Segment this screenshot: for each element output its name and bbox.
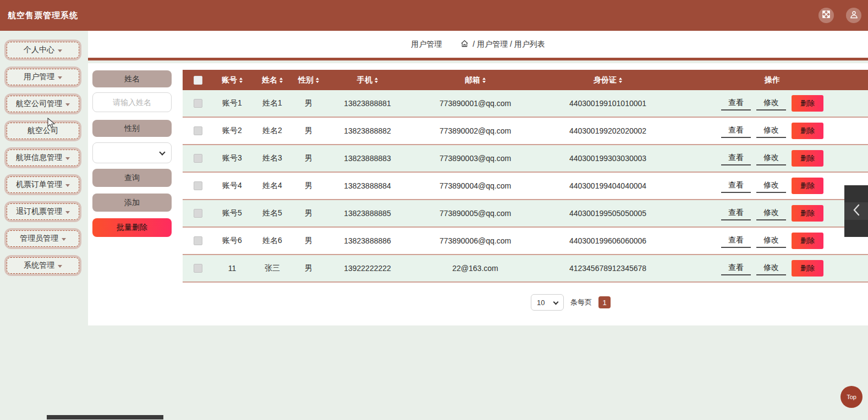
chevron-down-icon: [65, 211, 70, 214]
column-header[interactable]: 账号: [213, 75, 251, 85]
row-checkbox[interactable]: [194, 236, 202, 245]
app-title: 航空售票管理系统: [8, 10, 78, 21]
column-header[interactable]: 身份证: [539, 75, 677, 85]
column-label: 账号: [222, 75, 237, 85]
view-button[interactable]: 查看: [721, 206, 751, 220]
view-button[interactable]: 查看: [721, 124, 751, 138]
add-button[interactable]: 添加: [92, 194, 172, 212]
name-filter-input[interactable]: [92, 92, 172, 112]
table-body: 账号1 姓名1 男 13823888881 773890001@qq.com 4…: [183, 90, 868, 283]
delete-button[interactable]: 删除: [792, 150, 823, 167]
screen: 航空售票管理系统: [0, 0, 868, 420]
table-row: 账号1 姓名1 男 13823888881 773890001@qq.com 4…: [183, 90, 868, 118]
sidebar-item[interactable]: 退订机票管理: [4, 201, 81, 222]
name-filter-label: 姓名: [92, 70, 172, 87]
user-table: 账号 姓名 性别 手机 邮箱 身份证 操作 账号1 姓名1 男 13823888…: [183, 70, 868, 283]
edit-button[interactable]: 修改: [756, 151, 786, 165]
sidebar-item-label: 机票订单管理: [16, 180, 62, 190]
sidebar-item[interactable]: 用户管理: [4, 67, 81, 87]
cell-account: 11: [213, 264, 251, 273]
delete-button[interactable]: 删除: [792, 233, 823, 249]
cell-gender: 男: [294, 236, 323, 246]
select-all-cell: [183, 76, 213, 85]
sidebar-item[interactable]: 管理员管理: [4, 228, 81, 249]
back-to-top-button[interactable]: Top: [840, 386, 862, 408]
row-checkbox[interactable]: [194, 154, 202, 163]
fullscreen-icon: [822, 10, 830, 20]
column-header[interactable]: 姓名: [251, 75, 294, 85]
sidebar-item[interactable]: 航空公司: [4, 120, 81, 141]
cell-id_card: 440300199404040004: [539, 181, 677, 190]
gender-select[interactable]: [92, 142, 172, 163]
content-panel: 姓名 性别 查询 添加 批量删除 账号 姓名 性别 手机 邮箱: [88, 63, 868, 325]
page-size-select[interactable]: 10: [531, 294, 564, 311]
column-header[interactable]: 手机: [323, 75, 411, 85]
user-menu-button[interactable]: [846, 8, 861, 23]
home-icon[interactable]: [460, 40, 469, 49]
cell-gender: 男: [294, 181, 323, 191]
cell-name: 姓名2: [251, 126, 294, 136]
column-header[interactable]: 性别: [294, 75, 323, 85]
delete-button[interactable]: 删除: [792, 205, 823, 222]
cell-account: 账号6: [213, 236, 251, 246]
sidebar-item[interactable]: 个人中心: [4, 40, 81, 60]
row-checkbox[interactable]: [194, 99, 202, 108]
edit-button[interactable]: 修改: [756, 96, 786, 110]
view-button[interactable]: 查看: [721, 179, 751, 193]
cell-email: 773890002@qq.com: [411, 126, 539, 135]
chevron-left-icon: [853, 204, 860, 218]
breadcrumb-bar: 用户管理 / 用户管理 / 用户列表: [88, 31, 868, 60]
page-number-button[interactable]: 1: [598, 296, 611, 308]
chevron-down-icon: [62, 238, 66, 241]
view-button[interactable]: 查看: [721, 151, 751, 165]
cell-gender: 男: [294, 98, 323, 108]
delete-button[interactable]: 删除: [792, 123, 823, 139]
cell-email: 773890003@qq.com: [411, 154, 539, 163]
search-button[interactable]: 查询: [92, 169, 172, 187]
edit-button[interactable]: 修改: [756, 124, 786, 138]
sidebar-item[interactable]: 航班信息管理: [4, 147, 81, 168]
chevron-down-icon: [58, 76, 62, 79]
edit-button[interactable]: 修改: [756, 206, 786, 220]
table-row: 账号2 姓名2 男 13823888882 773890002@qq.com 4…: [183, 118, 868, 145]
column-header[interactable]: 邮箱: [411, 75, 539, 85]
row-checkbox[interactable]: [194, 126, 202, 135]
sidebar-item-label: 用户管理: [24, 72, 54, 82]
delete-button[interactable]: 删除: [792, 178, 823, 194]
cell-phone: 13823888881: [323, 99, 411, 108]
cell-gender: 男: [294, 153, 323, 163]
chevron-down-icon: [553, 300, 559, 305]
view-button[interactable]: 查看: [721, 234, 751, 248]
gender-filter-label: 性别: [92, 120, 172, 137]
edit-button[interactable]: 修改: [756, 234, 786, 248]
cell-id_card: 440300199101010001: [539, 99, 677, 108]
page-size-value: 10: [537, 299, 545, 307]
edit-button[interactable]: 修改: [756, 179, 786, 193]
sidebar-item[interactable]: 机票订单管理: [4, 174, 81, 195]
row-checkbox[interactable]: [194, 209, 202, 218]
pagination: 10 条每页 1: [531, 294, 611, 311]
column-label: 性别: [298, 75, 314, 85]
cell-account: 账号5: [213, 208, 251, 218]
drawer-toggle[interactable]: [844, 185, 868, 237]
cell-name: 姓名1: [251, 98, 294, 108]
cell-name: 姓名6: [251, 236, 294, 246]
sidebar-item-label: 航班信息管理: [16, 153, 62, 163]
row-checkbox[interactable]: [194, 181, 202, 190]
view-button[interactable]: 查看: [721, 96, 751, 110]
select-all-checkbox[interactable]: [194, 76, 202, 85]
delete-button[interactable]: 删除: [792, 95, 823, 112]
sidebar-item[interactable]: 系统管理: [4, 255, 81, 276]
row-checkbox[interactable]: [194, 264, 202, 273]
delete-button[interactable]: 删除: [792, 260, 823, 277]
tab-user-management[interactable]: 用户管理: [411, 40, 442, 49]
breadcrumb-path: / 用户管理 / 用户列表: [473, 40, 545, 49]
batch-delete-button[interactable]: 批量删除: [92, 218, 172, 237]
bottom-scrollbar[interactable]: [47, 415, 163, 419]
fullscreen-button[interactable]: [818, 8, 834, 23]
cell-account: 账号4: [213, 181, 251, 191]
sidebar-item[interactable]: 航空公司管理: [4, 93, 81, 114]
cell-email: 773890004@qq.com: [411, 181, 539, 190]
edit-button[interactable]: 修改: [756, 261, 786, 275]
view-button[interactable]: 查看: [721, 261, 751, 275]
